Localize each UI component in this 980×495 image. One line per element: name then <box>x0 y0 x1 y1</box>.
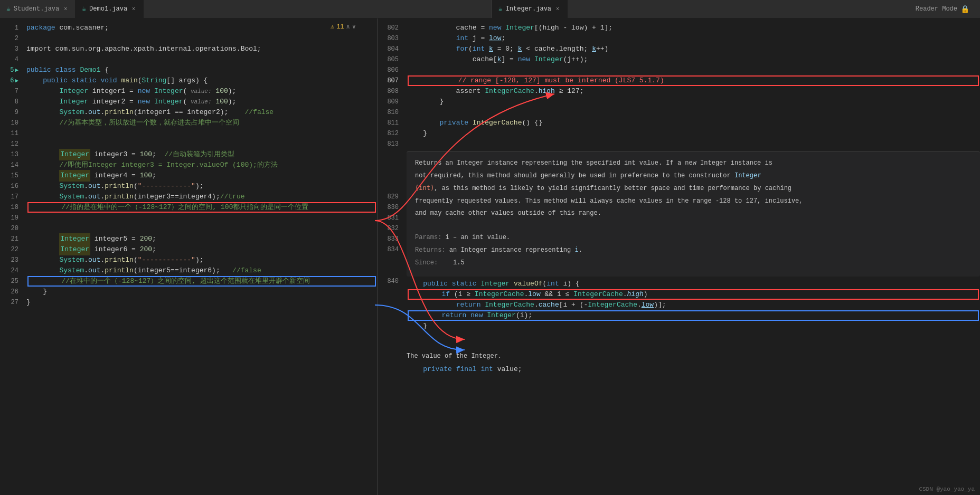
doc-text-2: not required, this method should general… <box>415 170 972 181</box>
tab-student-java[interactable]: ☕ Student.java × <box>0 0 76 18</box>
ln-26: 26 <box>0 287 24 297</box>
right-content-area: 802 803 804 805 806 807 808 809 810 811 … <box>378 18 980 495</box>
ln-11: 11 <box>0 128 24 139</box>
code-line-22: Integer integer6 = 200; <box>26 244 377 255</box>
right-line-numbers: 802 803 804 805 806 807 808 809 810 811 … <box>378 18 404 495</box>
tab-bar: ☕ Student.java × ☕ Demo1.java × ☕ Intege… <box>0 0 980 18</box>
rln-813: 813 <box>378 139 404 149</box>
rcode-804: for(int k = 0; k < cache.length; k++) <box>407 44 980 54</box>
left-editor-panel: ⚠ 11 ∧ ∨ 1 2 3 4 5 ▶ 6 ▶ 7 8 9 10 11 <box>0 18 378 495</box>
code-line-15: Integer integer4 = 100; <box>26 170 377 181</box>
doc-panel[interactable]: Returns an Integer instance representing… <box>407 151 980 277</box>
ln-3: 3 <box>0 44 24 54</box>
close-integer-tab[interactable]: × <box>554 5 561 13</box>
rln-802: 802 <box>378 23 404 33</box>
watermark: CSDN @yao_yao_ya <box>919 486 975 492</box>
rln-830: 830 <box>378 202 404 213</box>
rln-811: 811 <box>378 118 404 128</box>
left-code-editor[interactable]: 1 2 3 4 5 ▶ 6 ▶ 7 8 9 10 11 12 13 14 15 … <box>0 18 377 495</box>
code-line-8: Integer integer2 = new Integer( value: 1… <box>26 97 377 107</box>
rln-803: 803 <box>378 33 404 44</box>
warning-indicator: ⚠ 11 ∧ ∨ <box>331 23 356 31</box>
ln-10: 10 <box>0 118 24 128</box>
ln-25: 25 <box>0 276 24 287</box>
close-student-tab[interactable]: × <box>62 5 69 13</box>
right-code-content: cache = new Integer[(high - low) + 1]; i… <box>404 18 980 495</box>
code-line-20 <box>26 223 377 234</box>
doc-text-5: and may cache other values outside of th… <box>415 208 972 218</box>
code-line-13: Integer integer3 = 100; //自动装箱为引用类型 <box>26 149 377 160</box>
doc-text-6 <box>415 221 972 231</box>
code-line-12 <box>26 139 377 149</box>
code-line-18: //指的是在堆中的一个（-128~127）之间的空间, 100都只指向的是同一个… <box>27 202 376 213</box>
ln-21: 21 <box>0 234 24 244</box>
doc-return-desc: The value of the Integer. <box>407 353 980 360</box>
code-line-14: //即使用Integer integer3 = Integer.valueOf … <box>26 160 377 170</box>
doc-returns: Returns: an Integer instance representin… <box>415 245 972 255</box>
code-line-25: //在堆中的一个（-128~127）之间的空间, 超出这个范围就在堆里开辟个新空… <box>27 276 376 287</box>
ln-8: 8 <box>0 97 24 107</box>
rcode-805: cache[k] = new Integer(j++); <box>407 54 980 65</box>
left-editor-wrapper: ⚠ 11 ∧ ∨ 1 2 3 4 5 ▶ 6 ▶ 7 8 9 10 11 <box>0 18 377 495</box>
left-line-numbers: 1 2 3 4 5 ▶ 6 ▶ 7 8 9 10 11 12 13 14 15 … <box>0 18 24 495</box>
reader-mode-toggle[interactable]: Reader Mode 🔒 <box>916 0 969 18</box>
code-line-6: public static void main(String[] args) { <box>26 75 377 86</box>
tab-integer-java[interactable]: ☕ Integer.java × <box>492 0 568 18</box>
code-line-11 <box>26 128 377 139</box>
code-line-3: import com.sun.org.apache.xpath.internal… <box>26 44 377 54</box>
code-line-4 <box>26 54 377 65</box>
rcode-829: public static Integer valueOf(int i) { <box>407 279 980 289</box>
doc-since: Since: 1.5 <box>415 258 972 268</box>
rcode-807: // range [-128, 127] must be interned (J… <box>408 75 979 86</box>
rcode-806 <box>407 65 980 75</box>
ln-4: 4 <box>0 54 24 65</box>
rln-doc <box>378 149 404 192</box>
rln-829: 829 <box>378 192 404 202</box>
rcode-833: } <box>407 321 980 331</box>
rcode-811: private IntegerCache() {} <box>407 118 980 128</box>
rln-808: 808 <box>378 86 404 97</box>
code-line-9: System.out.println(integer1 == integer2)… <box>26 107 377 118</box>
code-line-19 <box>26 213 377 223</box>
right-code-area[interactable]: 802 803 804 805 806 807 808 809 810 811 … <box>378 18 980 495</box>
doc-text-3: (int), as this method is likely to yield… <box>415 183 972 194</box>
tab-demo1-java[interactable]: ☕ Demo1.java × <box>76 0 144 18</box>
doc-text-1: Returns an Integer instance representing… <box>415 158 972 168</box>
ln-2: 2 <box>0 33 24 44</box>
left-code-content: package com.scaaner; import com.sun.org.… <box>24 18 377 495</box>
rln-805: 805 <box>378 54 404 65</box>
ln-15: 15 <box>0 170 24 181</box>
code-line-21: Integer integer5 = 200; <box>26 234 377 244</box>
rcode-831: return IntegerCache.cache[i + (-IntegerC… <box>407 300 980 310</box>
code-line-2 <box>26 33 377 44</box>
code-line-10: //为基本类型，所以放进一个数，就存进去占堆中一个空间 <box>26 118 377 128</box>
code-line-17: System.out.println(integer3==integer4);/… <box>26 192 377 202</box>
rcode-813 <box>407 139 980 149</box>
code-line-16: System.out.println("------------"); <box>26 181 377 192</box>
code-line-5: public class Demo1 { <box>26 65 377 75</box>
rln-804: 804 <box>378 44 404 54</box>
right-editor-panel: 802 803 804 805 806 807 808 809 810 811 … <box>378 18 980 495</box>
rcode-808: assert IntegerCache.high ≥ 127; <box>407 86 980 97</box>
rln-840: 840 <box>378 276 404 287</box>
code-line-23: System.out.println("------------"); <box>26 255 377 265</box>
doc-text-4: frequently requested values. This method… <box>415 196 972 206</box>
close-demo1-tab[interactable]: × <box>130 5 137 13</box>
code-line-26: } <box>26 287 377 297</box>
ln-13: 13 <box>0 149 24 160</box>
rcode-812: } <box>407 128 980 139</box>
rln-809: 809 <box>378 97 404 107</box>
rcode-810 <box>407 107 980 118</box>
ln-20: 20 <box>0 223 24 234</box>
rcode-830: if (i ≥ IntegerCache.low && i ≤ IntegerC… <box>408 289 979 300</box>
rln-806: 806 <box>378 65 404 75</box>
code-line-27: } <box>26 297 377 308</box>
ln-17: 17 <box>0 192 24 202</box>
rln-812: 812 <box>378 128 404 139</box>
ln-14: 14 <box>0 160 24 170</box>
ln-23: 23 <box>0 255 24 265</box>
code-line-1: package com.scaaner; <box>26 23 377 33</box>
ln-16: 16 <box>0 181 24 192</box>
ln-27: 27 <box>0 297 24 308</box>
main-area: ⚠ 11 ∧ ∨ 1 2 3 4 5 ▶ 6 ▶ 7 8 9 10 11 <box>0 18 980 495</box>
